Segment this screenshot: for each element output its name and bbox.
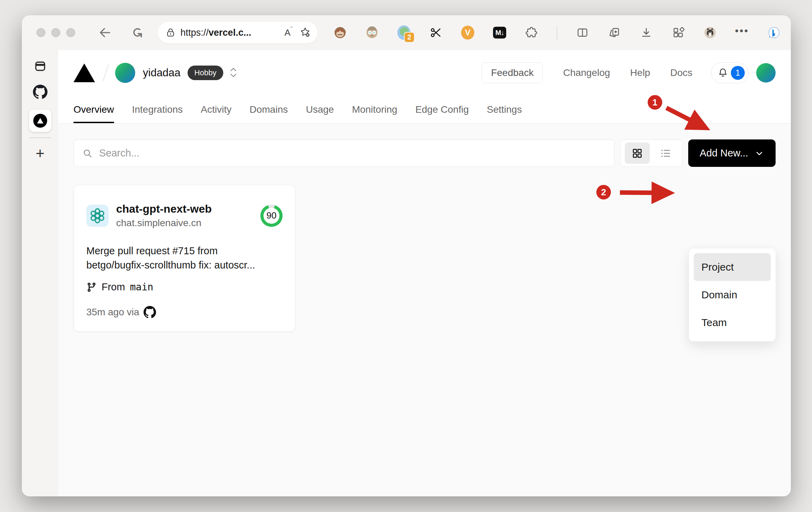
tab-domains[interactable]: Domains (250, 96, 288, 123)
markdown-extension-icon[interactable]: M↓ (493, 26, 506, 39)
feedback-button[interactable]: Feedback (482, 62, 543, 83)
reload-button[interactable]: ↻ (131, 26, 143, 40)
dropdown-item-team[interactable]: Team (694, 309, 771, 336)
bing-chat-icon[interactable] (767, 26, 780, 39)
list-view-icon (660, 147, 672, 159)
github-icon (144, 306, 156, 318)
monkey-extension-icon[interactable] (334, 26, 347, 39)
docs-link[interactable]: Docs (670, 67, 692, 78)
notifications-button[interactable]: 1 (711, 62, 749, 83)
tab-integrations[interactable]: Integrations (132, 96, 183, 123)
list-view-button[interactable] (653, 143, 678, 164)
tab-edge-config[interactable]: Edge Config (415, 96, 469, 123)
breadcrumb-slash (103, 64, 109, 82)
proxy-badge: 2 (404, 32, 415, 43)
browser-toolbar: ↻ https://vercel.c... Aʼʼ 2 (22, 15, 791, 50)
scissors-extension-icon[interactable] (429, 26, 442, 39)
profile-avatar-icon[interactable] (703, 26, 717, 39)
address-bar[interactable]: https://vercel.c... Aʼʼ (158, 22, 318, 43)
team-switcher-button[interactable] (229, 67, 238, 79)
avatar-extension-icon[interactable] (365, 26, 379, 39)
browser-window: ↻ https://vercel.c... Aʼʼ 2 (22, 15, 791, 496)
toolbar-divider (557, 26, 557, 40)
minimize-window-button[interactable] (51, 28, 60, 37)
commit-line-2: betgo/bugfix-scrollthumb fix: autoscr... (86, 258, 283, 272)
read-aloud-icon[interactable]: Aʼʼ (284, 27, 293, 38)
branch-name: main (130, 281, 153, 293)
branch-prefix: From (102, 281, 125, 293)
commit-line-1: Merge pull request #715 from (86, 244, 283, 258)
dropdown-item-domain[interactable]: Domain (694, 281, 771, 309)
bell-icon (717, 67, 729, 79)
back-button[interactable] (98, 26, 112, 40)
download-icon[interactable] (640, 26, 653, 39)
github-tab-icon[interactable] (33, 85, 47, 99)
vercel-page: yidadaa Hobby Feedback Changelog Help Do… (58, 50, 791, 496)
lock-icon (165, 27, 176, 38)
grid-view-button[interactable] (625, 143, 650, 164)
split-screen-icon[interactable] (576, 26, 589, 39)
reload-icon: ↻ (130, 27, 144, 39)
close-window-button[interactable] (36, 28, 45, 37)
score-ring: 90 (260, 205, 283, 227)
team-avatar[interactable] (115, 63, 135, 83)
deploy-time-row: 35m ago via (86, 306, 283, 318)
zoom-window-button[interactable] (66, 28, 75, 37)
dashboard-tabs: Overview Integrations Activity Domains U… (58, 96, 791, 123)
add-new-button[interactable]: Add New... (688, 139, 776, 167)
score-value: 90 (267, 210, 277, 221)
project-domain[interactable]: chat.simplenaive.cn (116, 217, 212, 229)
tab-monitoring[interactable]: Monitoring (352, 96, 397, 123)
add-new-dropdown: Project Domain Team (689, 248, 776, 342)
proxy-extension-icon[interactable]: 2 (397, 26, 411, 39)
extensions-row: 2 V M↓ (334, 26, 780, 40)
project-title-block: chat-gpt-next-web chat.simplenaive.cn (116, 203, 212, 229)
chevron-updown-icon (229, 67, 238, 78)
add-new-label: Add New... (700, 147, 748, 159)
dashboard-content: Add New... Project Domain Team (58, 123, 791, 496)
back-arrow-icon (98, 26, 112, 40)
tab-activity[interactable]: Activity (201, 96, 232, 123)
user-avatar[interactable] (756, 63, 776, 83)
tab-panel-icon[interactable] (34, 60, 47, 73)
extensions-puzzle-icon[interactable] (525, 26, 538, 39)
project-name: chat-gpt-next-web (116, 203, 212, 215)
branch-row: From main (86, 281, 283, 293)
deploy-time: 35m ago via (86, 307, 139, 318)
new-tab-button[interactable]: + (36, 146, 45, 161)
git-branch-icon (86, 282, 97, 292)
tab-usage[interactable]: Usage (306, 96, 334, 123)
search-icon (82, 148, 93, 159)
dropdown-item-project[interactable]: Project (694, 253, 771, 281)
project-card[interactable]: chat-gpt-next-web chat.simplenaive.cn 90… (74, 185, 295, 332)
header-right: Feedback Changelog Help Docs 1 (482, 62, 776, 83)
tab-overview[interactable]: Overview (74, 96, 114, 123)
controls-row: Add New... (74, 139, 776, 167)
view-toggle (620, 139, 683, 167)
collections-icon[interactable] (608, 26, 621, 39)
sidebar-divider (29, 137, 51, 138)
chevron-down-icon (754, 148, 764, 158)
v-extension-icon[interactable]: V (461, 26, 474, 39)
grid-view-icon (631, 147, 643, 159)
more-menu-icon[interactable]: ••• (735, 26, 749, 39)
plan-badge: Hobby (188, 66, 224, 80)
add-favorite-icon[interactable] (300, 26, 311, 39)
vercel-favicon (33, 114, 47, 128)
vercel-logo[interactable] (74, 63, 95, 82)
vercel-active-tab[interactable] (29, 110, 51, 132)
v-circle: V (461, 26, 474, 40)
project-card-header: chat-gpt-next-web chat.simplenaive.cn 90 (86, 203, 283, 229)
tab-settings[interactable]: Settings (487, 96, 522, 123)
workspaces-grid-icon[interactable] (672, 26, 685, 39)
team-name: yidadaa (143, 67, 181, 79)
notification-count: 1 (731, 66, 745, 80)
search-box (74, 139, 615, 167)
search-input[interactable] (99, 147, 606, 159)
commit-message: Merge pull request #715 from betgo/bugfi… (86, 244, 283, 272)
url-text: https://vercel.c... (181, 27, 251, 38)
annotation-step-1: 1 (648, 95, 662, 110)
markdown-badge: M↓ (493, 27, 506, 39)
help-link[interactable]: Help (630, 67, 650, 78)
changelog-link[interactable]: Changelog (563, 67, 610, 78)
